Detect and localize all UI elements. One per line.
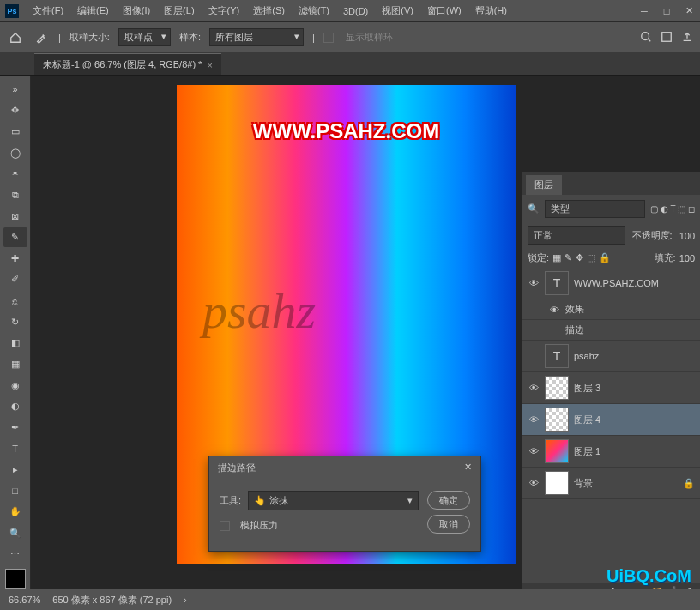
lock-paint-icon[interactable]: ✎ — [564, 252, 572, 263]
watermark: UiBQ.CoM — [606, 566, 691, 586]
brush-tool[interactable]: ✐ — [3, 270, 27, 290]
lock-position-icon[interactable]: ✥ — [576, 252, 583, 263]
dialog-title: 描边路径 — [218, 462, 256, 474]
visibility-icon[interactable]: 👁 — [528, 446, 540, 456]
lock-pixels-icon[interactable]: ▦ — [552, 252, 561, 263]
layers-panel: 图层 🔍 类型 ▢ ◐ T ⬚ ◻ 正常 不透明度: 100 锁定: ▦ ✎ ✥… — [522, 172, 700, 601]
simulate-pressure-checkbox[interactable] — [220, 521, 230, 531]
tool-value: 涂抹 — [269, 494, 288, 507]
dodge-tool[interactable]: ◐ — [3, 396, 27, 416]
lasso-tool[interactable]: ◯ — [3, 143, 27, 163]
svg-rect-1 — [662, 33, 672, 42]
workspace-icon[interactable] — [661, 31, 673, 45]
healing-tool[interactable]: ✚ — [3, 249, 27, 269]
share-icon[interactable] — [681, 31, 693, 45]
search-icon[interactable] — [640, 31, 652, 45]
layer-row[interactable]: 👁 背景 🔒 — [522, 468, 700, 499]
show-sampling-ring-checkbox[interactable] — [323, 33, 334, 43]
layer-fx-row[interactable]: 👁 效果 — [522, 299, 700, 320]
frame-tool[interactable]: ⊠ — [3, 207, 27, 226]
color-swatch[interactable] — [5, 569, 26, 589]
menu-layer[interactable]: 图层(L) — [157, 1, 201, 21]
layer-row[interactable]: 👁 T WWW.PSAHZ.COM — [522, 268, 700, 299]
menu-3d[interactable]: 3D(D) — [336, 3, 375, 20]
blur-tool[interactable]: ◉ — [3, 376, 27, 396]
layer-filter-select[interactable]: 类型 — [545, 200, 645, 218]
visibility-icon[interactable]: 👁 — [528, 383, 540, 393]
menu-help[interactable]: 帮助(H) — [468, 1, 514, 21]
layer-row[interactable]: 👁 图层 1 — [522, 436, 700, 468]
layer-thumbnail — [545, 376, 569, 400]
visibility-icon[interactable]: 👁 — [548, 305, 560, 315]
tool-select[interactable]: 👆 涂抹 ▾ — [248, 491, 419, 510]
minimize-button[interactable]: ─ — [633, 0, 655, 21]
menu-filter[interactable]: 滤镜(T) — [292, 1, 336, 21]
layer-row[interactable]: T psahz — [522, 341, 700, 372]
edit-toolbar[interactable]: ⋯ — [3, 545, 27, 565]
history-brush-tool[interactable]: ↻ — [3, 312, 27, 332]
fill-value[interactable]: 100 — [679, 253, 695, 263]
hand-tool[interactable]: ✋ — [3, 503, 27, 522]
close-button[interactable]: ✕ — [678, 0, 700, 21]
layer-row[interactable]: 👁 图层 4 — [522, 404, 700, 436]
expand-toolbox-icon[interactable]: » — [3, 80, 27, 100]
maximize-button[interactable]: □ — [655, 0, 678, 21]
visibility-icon[interactable]: 👁 — [528, 478, 540, 488]
layer-name[interactable]: WWW.PSAHZ.COM — [574, 278, 695, 288]
zoom-level[interactable]: 66.67% — [9, 595, 40, 605]
layers-tab[interactable]: 图层 — [526, 175, 562, 195]
lock-artboard-icon[interactable]: ⬚ — [587, 252, 595, 263]
menu-image[interactable]: 图像(I) — [116, 1, 157, 21]
rectangle-tool[interactable]: □ — [3, 481, 27, 501]
text-layer-icon: T — [545, 271, 569, 295]
document-tabbar: 未标题-1 @ 66.7% (图层 4, RGB/8#) * × — [0, 52, 700, 76]
layer-name[interactable]: 图层 1 — [574, 445, 695, 458]
menu-view[interactable]: 视图(V) — [375, 1, 420, 21]
eyedropper-tool-icon[interactable] — [33, 29, 50, 46]
chevron-right-icon[interactable]: › — [184, 595, 187, 605]
menu-window[interactable]: 窗口(W) — [420, 1, 468, 21]
lock-all-icon[interactable]: 🔒 — [599, 252, 611, 263]
eyedropper-tool[interactable]: ✎ — [3, 227, 27, 247]
gradient-tool[interactable]: ▦ — [3, 354, 27, 374]
document-info[interactable]: 650 像素 x 867 像素 (72 ppi) — [52, 594, 172, 607]
layer-name[interactable]: 图层 3 — [574, 382, 695, 395]
ok-button[interactable]: 确定 — [427, 491, 470, 510]
move-tool[interactable]: ✥ — [3, 101, 27, 121]
eraser-tool[interactable]: ◧ — [3, 334, 27, 353]
pen-tool[interactable]: ✒ — [3, 418, 27, 438]
visibility-icon[interactable]: 👁 — [528, 278, 540, 288]
stamp-tool[interactable]: ⎌ — [3, 291, 27, 311]
layer-name[interactable]: 背景 — [574, 477, 678, 490]
close-document-icon[interactable]: × — [207, 60, 212, 70]
sample-scope-select[interactable]: 所有图层 — [209, 28, 304, 46]
menu-file[interactable]: 文件(F) — [26, 1, 70, 21]
marquee-tool[interactable]: ▭ — [3, 122, 27, 142]
fill-label: 填充: — [655, 251, 676, 264]
layer-thumbnail — [545, 439, 569, 463]
type-tool[interactable]: T — [3, 439, 27, 459]
blend-mode-select[interactable]: 正常 — [528, 226, 625, 245]
sample-size-select[interactable]: 取样点 — [118, 28, 171, 46]
menu-edit[interactable]: 编辑(E) — [70, 1, 116, 21]
filter-icons[interactable]: ▢ ◐ T ⬚ ◻ — [650, 204, 695, 214]
layer-name[interactable]: psahz — [574, 351, 695, 361]
zoom-tool[interactable]: 🔍 — [3, 523, 27, 543]
menu-type[interactable]: 文字(Y) — [202, 1, 247, 21]
home-icon[interactable] — [7, 29, 24, 46]
quick-select-tool[interactable]: ✶ — [3, 165, 27, 184]
cancel-button[interactable]: 取消 — [427, 515, 470, 534]
layer-row[interactable]: 👁 图层 3 — [522, 372, 700, 404]
opacity-value[interactable]: 100 — [679, 231, 695, 241]
menu-select[interactable]: 选择(S) — [246, 1, 292, 21]
crop-tool[interactable]: ⧉ — [3, 185, 27, 205]
dialog-close-icon[interactable]: ✕ — [464, 462, 472, 474]
layer-name[interactable]: 图层 4 — [574, 414, 695, 426]
document-tab[interactable]: 未标题-1 @ 66.7% (图层 4, RGB/8#) * × — [34, 53, 221, 75]
path-select-tool[interactable]: ▸ — [3, 460, 27, 480]
layer-fx-row[interactable]: 描边 — [522, 320, 700, 341]
visibility-icon[interactable]: 👁 — [528, 414, 540, 425]
window-controls: ─ □ ✕ — [633, 0, 700, 21]
layer-name: 效果 — [565, 303, 695, 316]
app-logo: Ps — [5, 4, 19, 18]
